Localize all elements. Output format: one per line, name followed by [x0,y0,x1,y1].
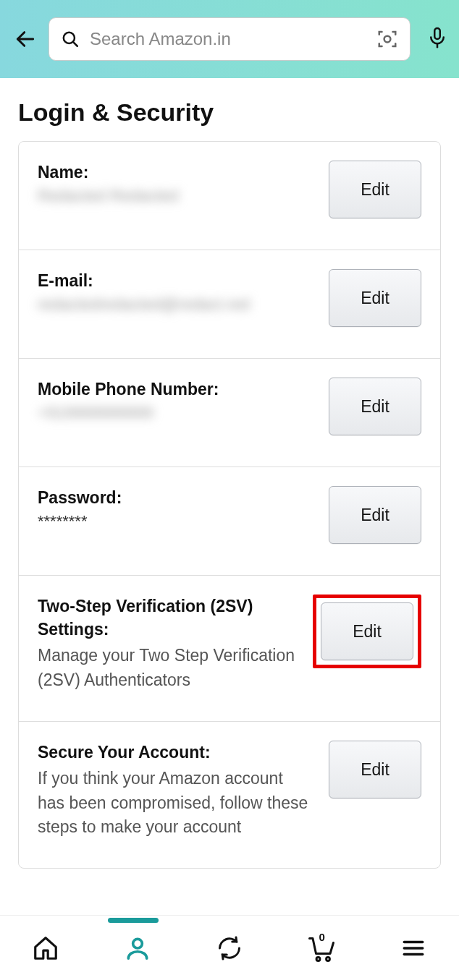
setting-desc-secure: If you think your Amazon account has bee… [38,767,314,839]
user-icon [124,934,151,962]
search-icon [61,30,80,48]
edit-email-button[interactable]: Edit [329,269,421,327]
bottom-nav: 0 [0,915,459,980]
setting-label: Secure Your Account: [38,741,314,764]
edit-2sv-button[interactable]: Edit [321,602,413,660]
svg-point-6 [133,939,143,948]
microphone-icon[interactable] [426,25,448,54]
svg-rect-4 [434,28,440,39]
setting-label: E-mail: [38,269,314,292]
setting-row-2sv: Two-Step Verification (2SV) Settings: Ma… [19,576,440,722]
header-bar: Search Amazon.in [0,0,459,78]
back-arrow-icon [14,27,37,51]
search-bar[interactable]: Search Amazon.in [49,17,410,61]
setting-label: Password: [38,486,314,509]
edit-password-button[interactable]: Edit [329,486,421,544]
cart-count-badge: 0 [319,931,324,943]
active-tab-indicator [108,918,159,923]
setting-row-phone: Mobile Phone Number: +919999999999 Edit [19,359,440,467]
setting-label: Name: [38,161,314,184]
edit-secure-button[interactable]: Edit [329,741,421,798]
nav-refresh[interactable] [214,932,245,964]
svg-line-2 [73,42,77,46]
svg-point-3 [384,36,391,43]
setting-row-name: Name: Redacted Redacted Edit [19,142,440,250]
setting-label: Two-Step Verification (2SV) Settings: [38,595,298,641]
back-button[interactable] [11,25,40,54]
setting-value-phone: +919999999999 [38,404,314,422]
settings-list: Name: Redacted Redacted Edit E-mail: red… [18,141,441,869]
refresh-icon [216,935,243,961]
edit-name-button[interactable]: Edit [329,161,421,218]
nav-account[interactable] [122,932,153,964]
nav-cart[interactable]: 0 [306,932,337,964]
svg-point-7 [316,957,320,960]
hamburger-icon [401,936,426,960]
setting-row-email: E-mail: redactedredacted@redact.red Edit [19,250,440,359]
setting-value-name: Redacted Redacted [38,187,314,205]
camera-scan-icon[interactable] [376,28,398,50]
setting-row-secure: Secure Your Account: If you think your A… [19,722,440,868]
home-icon [32,934,59,962]
edit-phone-button[interactable]: Edit [329,378,421,435]
highlight-annotation: Edit [313,595,421,668]
nav-menu[interactable] [397,932,429,964]
search-placeholder: Search Amazon.in [90,29,366,49]
setting-desc-2sv: Manage your Two Step Verification (2SV) … [38,644,298,692]
page-title: Login & Security [0,78,459,141]
setting-value-password: ******** [38,512,314,531]
svg-point-8 [326,957,329,960]
setting-label: Mobile Phone Number: [38,378,314,401]
setting-value-email: redactedredacted@redact.red [38,295,314,314]
nav-home[interactable] [30,932,62,964]
setting-row-password: Password: ******** Edit [19,467,440,576]
